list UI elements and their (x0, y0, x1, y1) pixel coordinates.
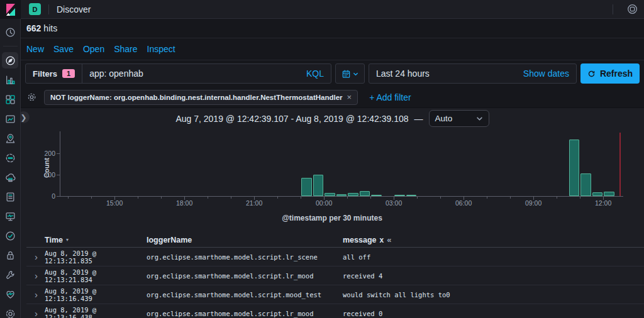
filter-pill[interactable]: NOT loggerName: org.openhab.binding.nest… (44, 90, 358, 105)
menu-link-new[interactable]: New (26, 44, 44, 54)
histogram-bar[interactable] (325, 193, 335, 196)
time-range-value[interactable]: Last 24 hours (376, 69, 430, 79)
clock-icon (5, 27, 16, 38)
x-minor-tick (510, 197, 511, 199)
interval-value: Auto (435, 114, 453, 123)
sidebar-item-apm[interactable] (2, 208, 18, 224)
date-range-control[interactable]: Last 24 hours Show dates (369, 63, 577, 84)
refresh-button[interactable]: Refresh (580, 63, 640, 84)
filter-pill-text: NOT loggerName: org.openhab.binding.nest… (50, 94, 343, 101)
histogram-bar[interactable] (348, 193, 358, 196)
histogram-bar[interactable] (336, 194, 347, 196)
interval-select[interactable]: Auto (429, 110, 489, 127)
chrome-header: D Discover (21, 0, 644, 19)
user-menu-icon[interactable] (621, 4, 644, 14)
expand-row-icon[interactable]: › (26, 309, 45, 318)
histogram-chart[interactable]: Count 010020015:0018:0021:0000:0003:0006… (25, 129, 639, 209)
sidebar-item-siem[interactable] (2, 247, 18, 263)
sidebar-item-discover[interactable] (2, 52, 18, 69)
refresh-icon (587, 70, 596, 78)
page-title: Discover (57, 4, 91, 14)
expand-row-icon[interactable]: › (26, 252, 45, 261)
sidebar-item-maps[interactable] (2, 130, 18, 146)
histogram-bar[interactable] (580, 173, 591, 196)
wrench-icon (5, 270, 16, 280)
sidebar-item-machine-learning[interactable] (2, 150, 18, 166)
header-divider (48, 4, 49, 14)
sidebar-item-dev-tools[interactable] (2, 266, 18, 283)
gear-icon (5, 309, 16, 318)
histogram-bar[interactable] (592, 192, 603, 196)
expand-row-icon[interactable]: › (26, 290, 45, 299)
loggername-cell: org.eclipse.smarthome.model.script.mood_… (147, 291, 343, 299)
remove-column-icon[interactable]: x (380, 236, 384, 244)
filter-remove-icon[interactable]: × (347, 92, 352, 102)
column-header-time[interactable]: Time ▾ (45, 236, 147, 244)
message-cell: would switch all lights to0 (343, 291, 644, 299)
kibana-logo[interactable] (0, 0, 21, 19)
menu-link-save[interactable]: Save (53, 44, 74, 54)
query-language-toggle[interactable]: KQL (306, 69, 331, 79)
menu-link-open[interactable]: Open (83, 44, 104, 54)
app-sidebar (0, 0, 21, 318)
ml-icon (5, 153, 16, 163)
x-minor-tick (370, 197, 371, 199)
column-header-loggername[interactable]: loggerName (147, 236, 343, 244)
sidebar-item-stack-monitoring[interactable] (2, 286, 18, 302)
histogram-bar[interactable] (569, 140, 580, 196)
sidebar-item-dashboard[interactable] (2, 91, 18, 107)
filters-button[interactable]: Filters 1 (26, 64, 82, 83)
x-minor-tick (487, 197, 487, 199)
apm-icon (5, 211, 16, 222)
y-tick-label: 200 (34, 150, 55, 157)
app-badge: D (29, 3, 41, 15)
x-minor-tick (138, 197, 138, 199)
add-filter-link[interactable]: + Add filter (369, 92, 411, 102)
heartbeat-icon (5, 289, 16, 300)
x-minor-tick (301, 197, 301, 199)
histogram-bar[interactable] (313, 175, 324, 196)
chevron-down-icon (353, 71, 358, 77)
move-column-left-icon[interactable]: « (387, 235, 391, 244)
time-range-text: Aug 7, 2019 @ 12:42:39.107 - Aug 8, 2019… (175, 114, 408, 124)
histogram-bar[interactable] (301, 178, 312, 196)
discover-content: ❯ Aug 7, 2019 @ 12:42:39.107 - Aug 8, 20… (21, 107, 644, 318)
table-row: ›Aug 8, 2019 @ 12:13:21.834org.eclipse.s… (26, 266, 644, 285)
histogram-bar[interactable] (394, 195, 405, 196)
x-tick-label: 12:00 (590, 199, 616, 207)
date-picker-button[interactable] (335, 63, 365, 84)
show-dates-link[interactable]: Show dates (523, 69, 569, 79)
x-tick-label: 00:00 (311, 199, 337, 207)
sidebar-item-metrics[interactable] (2, 169, 18, 185)
menu-link-share[interactable]: Share (114, 44, 137, 54)
histogram-bar[interactable] (604, 192, 614, 196)
x-minor-tick (91, 197, 92, 199)
x-minor-tick (231, 197, 231, 199)
cloud-icon (5, 172, 16, 183)
y-tick-label: 100 (34, 171, 55, 178)
sidebar-item-visualize[interactable] (2, 72, 18, 88)
sidebar-item-logs[interactable] (2, 189, 18, 205)
sort-descending-icon[interactable]: ▾ (66, 237, 69, 243)
dashboard-icon (5, 94, 16, 105)
message-cell: received 4 (343, 272, 644, 280)
x-minor-tick (347, 197, 348, 199)
x-minor-tick (161, 197, 162, 199)
expand-row-icon[interactable]: › (26, 271, 45, 280)
sidebar-item-uptime[interactable] (2, 228, 18, 244)
menu-link-inspect[interactable]: Inspect (147, 44, 175, 54)
sidebar-item-recently-viewed[interactable] (2, 24, 18, 40)
histogram-bar[interactable] (360, 191, 370, 197)
column-header-message[interactable]: message x « (343, 235, 644, 244)
compass-icon (5, 55, 16, 66)
query-input[interactable]: app: openhab (82, 69, 306, 79)
sidebar-item-canvas[interactable] (2, 111, 18, 127)
filter-settings-gear-icon[interactable] (27, 92, 36, 102)
y-tick-label: 0 (34, 192, 55, 200)
query-bar: Filters 1 app: openhab KQL (25, 63, 331, 84)
sidebar-item-management[interactable] (2, 305, 18, 318)
histogram-bar[interactable] (406, 195, 417, 196)
discover-menu-bar: NewSaveOpenShareInspect (21, 38, 644, 60)
histogram-bar[interactable] (371, 195, 382, 196)
header-divider-right (613, 4, 613, 14)
